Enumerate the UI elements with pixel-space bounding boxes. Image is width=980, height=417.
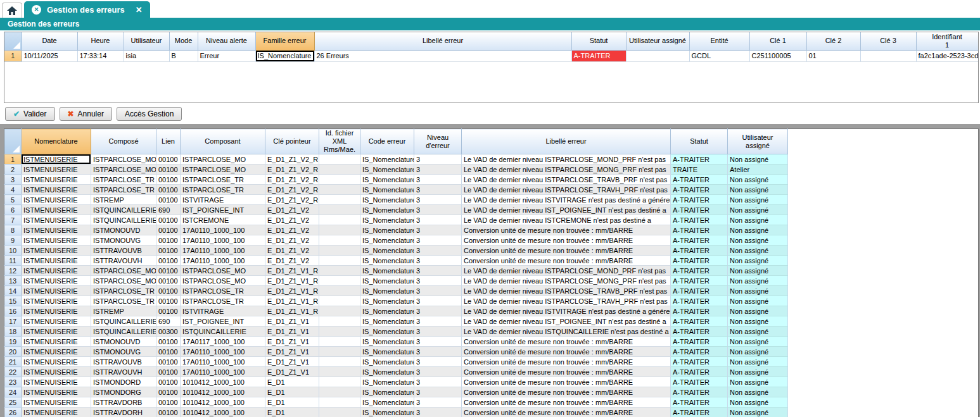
cell-statut[interactable]: A-TRAITER	[671, 195, 728, 205]
cell-cle_pointeur[interactable]: E_D1_Z1_V1_R	[265, 276, 319, 286]
cell-niveau_erreur[interactable]: 3	[414, 408, 462, 417]
cell-nomenclature[interactable]: ISTMENUISERIE	[22, 266, 91, 276]
cell-code_erreur[interactable]: IS_Nomenclature	[360, 215, 414, 225]
cell-niveau_alerte[interactable]: Erreur	[198, 50, 255, 61]
cell-lien[interactable]: 00100	[156, 296, 181, 306]
row-number[interactable]: 15	[4, 296, 22, 306]
row-number[interactable]: 6	[4, 205, 22, 215]
cell-lien[interactable]: 00100	[156, 165, 181, 175]
cell-lien[interactable]: 00100	[156, 347, 181, 357]
cell-niveau_erreur[interactable]: 3	[414, 246, 462, 256]
cell-nomenclature[interactable]: ISTMENUISERIE	[22, 357, 91, 367]
cell-libelle_erreur[interactable]: Le VAD de dernier niveau ISTCREMONE n'es…	[462, 215, 671, 225]
cell-cle_pointeur[interactable]: E_D1_Z1_V2	[265, 256, 319, 266]
cell-composant[interactable]: ISTPARCLOSE_MO	[181, 276, 265, 286]
header-libelle_erreur[interactable]: Libellé erreur	[462, 129, 671, 154]
cell-libelle_erreur[interactable]: Le VAD de dernier niveau ISTPARCLOSE_MON…	[462, 165, 671, 175]
cell-nomenclature[interactable]: ISTMENUISERIE	[22, 225, 91, 235]
cell-lien[interactable]: 00300	[156, 327, 181, 337]
cell-nomenclature[interactable]: ISTMENUISERIE	[22, 296, 91, 306]
cell-nomenclature[interactable]: ISTMENUISERIE	[22, 408, 91, 417]
cell-composant[interactable]: ISTPARCLOSE_TR	[181, 286, 265, 296]
cell-statut[interactable]: A-TRAITER	[671, 306, 728, 316]
cell-cle_pointeur[interactable]: E_D1_Z1_V1_R	[265, 306, 319, 316]
cell-lien[interactable]: 00100	[156, 397, 181, 408]
cell-cle_pointeur[interactable]: E_D1_Z1_V2_R	[265, 185, 319, 195]
header-cle1[interactable]: Clé 1	[749, 32, 806, 50]
cell-cle_pointeur[interactable]: E_D1_Z1_V2	[265, 205, 319, 215]
cell-statut[interactable]: TRAITE	[671, 165, 728, 175]
row-number[interactable]: 24	[4, 387, 22, 397]
cell-niveau_erreur[interactable]: 3	[414, 185, 462, 195]
cell-lien[interactable]: 00100	[156, 306, 181, 316]
cell-lien[interactable]: 00100	[156, 225, 181, 235]
cell-composant[interactable]: IST_POIGNEE_INT	[181, 316, 265, 327]
cell-cle_pointeur[interactable]: E_D1_Z1_V2	[265, 246, 319, 256]
cell-code_erreur[interactable]: IS_Nomenclature	[360, 357, 414, 367]
cell-niveau_erreur[interactable]: 3	[414, 337, 462, 347]
cell-compose[interactable]: ISTMONOUVG	[91, 235, 156, 246]
cell-niveau_erreur[interactable]: 3	[414, 357, 462, 367]
cell-niveau_erreur[interactable]: 3	[414, 175, 462, 185]
cell-compose[interactable]: ISTTRAVOUVB	[91, 357, 156, 367]
header-cle2[interactable]: Clé 2	[806, 32, 860, 50]
row-number[interactable]: 3	[4, 175, 22, 185]
cell-niveau_erreur[interactable]: 3	[414, 347, 462, 357]
cell-niveau_erreur[interactable]: 3	[414, 296, 462, 306]
cell-nomenclature[interactable]: ISTMENUISERIE	[22, 246, 91, 256]
cell-code_erreur[interactable]: IS_Nomenclature	[360, 195, 414, 205]
cell-code_erreur[interactable]: IS_Nomenclature	[360, 286, 414, 296]
cell-niveau_erreur[interactable]: 3	[414, 205, 462, 215]
cell-libelle_erreur[interactable]: Le VAD de dernier niveau ISTVITRAGE n'es…	[462, 195, 671, 205]
cell-cle_pointeur[interactable]: E_D1	[265, 377, 319, 387]
cell-libelle_erreur[interactable]: Conversion unité de mesure non trouvée :…	[462, 367, 671, 377]
cell-composant[interactable]: ISTPARCLOSE_TR	[181, 296, 265, 306]
cell-libelle_erreur[interactable]: Le VAD de dernier niveau ISTPARCLOSE_TRA…	[462, 286, 671, 296]
cell-utilisateur_assigne[interactable]: Non assigné	[728, 276, 788, 286]
cell-compose[interactable]: ISTPARCLOSE_TR	[91, 175, 156, 185]
row-number[interactable]: 1	[4, 50, 22, 61]
header-mode[interactable]: Mode	[169, 32, 198, 50]
cell-code_erreur[interactable]: IS_Nomenclature	[360, 337, 414, 347]
header-id_fichier[interactable]: Id. fichier XML Rms/Mae.	[319, 129, 360, 154]
cell-statut[interactable]: A-TRAITER	[671, 225, 728, 235]
cell-statut[interactable]: A-TRAITER	[671, 296, 728, 306]
cell-compose[interactable]: ISTQUINCAILLERIE	[91, 215, 156, 225]
cell-composant[interactable]: 17A0110_1000_100	[181, 347, 265, 357]
cell-cle_pointeur[interactable]: E_D1_Z1_V1	[265, 357, 319, 367]
cell-id_fichier[interactable]	[319, 357, 360, 367]
cell-libelle_erreur[interactable]: 26 Erreurs	[314, 50, 571, 61]
valider-button[interactable]: ✔ Valider	[5, 107, 55, 121]
cell-statut[interactable]: A-TRAITER	[671, 387, 728, 397]
cell-code_erreur[interactable]: IS_Nomenclature	[360, 276, 414, 286]
cell-compose[interactable]: ISTREMP	[91, 306, 156, 316]
cell-compose[interactable]: ISTREMP	[91, 195, 156, 205]
cell-utilisateur_assigne[interactable]: Atelier	[728, 165, 788, 175]
cell-id_fichier[interactable]	[319, 347, 360, 357]
cell-composant[interactable]: 1010412_1000_100	[181, 397, 265, 408]
cell-composant[interactable]: ISTVITRAGE	[181, 306, 265, 316]
cell-cle3[interactable]	[860, 50, 916, 61]
cell-code_erreur[interactable]: IS_Nomenclature	[360, 408, 414, 417]
cell-id_fichier[interactable]	[319, 175, 360, 185]
cell-utilisateur_assigne[interactable]: Non assigné	[728, 377, 788, 387]
cell-cle_pointeur[interactable]: E_D1_Z1_V2	[265, 215, 319, 225]
header-libelle_erreur[interactable]: Libellé erreur	[314, 32, 571, 50]
cell-compose[interactable]: ISTPARCLOSE_MO	[91, 154, 156, 165]
cell-niveau_erreur[interactable]: 3	[414, 215, 462, 225]
cell-code_erreur[interactable]: IS_Nomenclature	[360, 377, 414, 387]
cell-composant[interactable]: 17A0110_1000_100	[181, 256, 265, 266]
row-number[interactable]: 19	[4, 337, 22, 347]
cell-cle_pointeur[interactable]: E_D1_Z1_V2_R	[265, 175, 319, 185]
cell-utilisateur_assigne[interactable]: Non assigné	[728, 306, 788, 316]
cell-composant[interactable]: ISTPARCLOSE_MO	[181, 154, 265, 165]
cell-libelle_erreur[interactable]: Le VAD de dernier niveau ISTPARCLOSE_TRA…	[462, 175, 671, 185]
cell-nomenclature[interactable]: ISTMENUISERIE	[22, 185, 91, 195]
cell-compose[interactable]: ISTQUINCAILLERIE	[91, 316, 156, 327]
cell-famille_erreur[interactable]: IS_Nomenclature	[255, 50, 314, 61]
cell-niveau_erreur[interactable]: 3	[414, 286, 462, 296]
cell-nomenclature[interactable]: ISTMENUISERIE	[22, 347, 91, 357]
row-number[interactable]: 10	[4, 246, 22, 256]
row-number[interactable]: 1	[4, 154, 22, 165]
cell-compose[interactable]: ISTMONOUVD	[91, 225, 156, 235]
